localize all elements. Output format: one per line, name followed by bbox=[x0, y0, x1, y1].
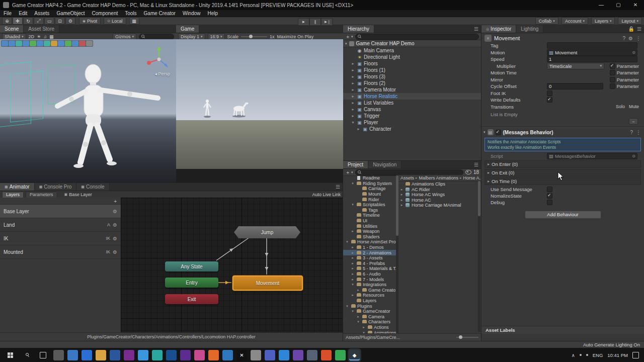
menu-item[interactable]: Assets bbox=[31, 10, 53, 17]
taskbar-app-icon[interactable] bbox=[180, 350, 191, 360]
project-folder[interactable]: ▸ 3 - Assets bbox=[343, 255, 398, 261]
project-folder[interactable]: ▸ 6 - Audio bbox=[343, 272, 398, 277]
taskbar-app-icon[interactable] bbox=[222, 350, 233, 360]
expand-arrow[interactable]: ▸ bbox=[400, 188, 404, 192]
project-folder[interactable]: ▾ Scriptables bbox=[343, 202, 398, 208]
menu-item[interactable]: File bbox=[0, 10, 15, 17]
hierarchy-item[interactable]: Main Camera bbox=[343, 47, 481, 54]
tray-icon[interactable] bbox=[586, 354, 588, 356]
expand-arrow[interactable]: ▸ bbox=[351, 81, 355, 85]
taskbar-app-icon[interactable] bbox=[265, 350, 275, 360]
expand-arrow[interactable]: ▾ bbox=[351, 283, 355, 287]
project-folder[interactable]: Readme bbox=[343, 175, 398, 181]
gc-tool-icon[interactable] bbox=[51, 41, 57, 46]
transform-tool-icon[interactable]: ⊡ bbox=[55, 17, 65, 25]
project-folder[interactable]: Tags bbox=[343, 208, 398, 213]
project-folder[interactable]: Utilities bbox=[343, 223, 398, 229]
project-folder[interactable]: ▾ Horse AnimSet Pro bbox=[343, 239, 398, 245]
panel-menu-icon[interactable]: ☰ bbox=[637, 26, 641, 32]
taskbar-app-icon[interactable] bbox=[67, 350, 78, 360]
expand-arrow[interactable]: ▸ bbox=[356, 315, 360, 319]
expand-arrow[interactable]: ▸ bbox=[400, 198, 404, 202]
expand-arrow[interactable]: ▸ bbox=[351, 278, 355, 282]
scale-slider[interactable] bbox=[241, 36, 267, 37]
parameter-checkbox[interactable] bbox=[610, 77, 615, 82]
task-view-icon[interactable] bbox=[35, 348, 50, 362]
expand-arrow[interactable]: ▸ bbox=[351, 272, 355, 276]
gear-icon[interactable]: ⚙ bbox=[113, 249, 117, 255]
project-folder[interactable]: Timeline bbox=[343, 213, 398, 218]
expand-arrow[interactable]: ▸ bbox=[351, 229, 355, 233]
remove-transition-button[interactable]: − bbox=[629, 118, 638, 125]
cycle-offset-field[interactable]: 0 bbox=[547, 83, 603, 89]
expand-arrow[interactable]: ▸ bbox=[400, 193, 404, 197]
project-folder[interactable]: Layers bbox=[343, 298, 398, 304]
parameter-checkbox[interactable] bbox=[610, 70, 615, 75]
event-foldout[interactable]: ▸ On Enter (0) bbox=[485, 160, 641, 168]
hand-tool-icon[interactable]: ⊕ bbox=[2, 17, 12, 25]
expand-arrow[interactable]: ▸ bbox=[356, 288, 360, 292]
scene-audio-icon[interactable]: ♫ bbox=[43, 34, 47, 39]
taskbar-app-icon[interactable] bbox=[307, 350, 317, 360]
animator-layer[interactable]: IK IK ⚙ bbox=[0, 232, 121, 245]
layers-tab[interactable]: Layers bbox=[2, 192, 24, 198]
gc-tool-icon[interactable] bbox=[72, 41, 78, 46]
project-folder[interactable]: Shaders bbox=[343, 234, 398, 240]
taskbar-app-icon[interactable] bbox=[251, 350, 261, 360]
expand-arrow[interactable]: ▸ bbox=[351, 261, 355, 265]
tab-inspector[interactable]: ◎Inspector bbox=[481, 25, 516, 33]
tab-scene[interactable]: Scene bbox=[0, 25, 24, 33]
taskbar-app-icon[interactable]: ✕ bbox=[236, 350, 247, 360]
hierarchy-search-input[interactable] bbox=[355, 34, 479, 40]
maximize-button[interactable]: ▢ bbox=[610, 0, 627, 10]
tag-field[interactable] bbox=[547, 42, 637, 49]
gc-tool-icon[interactable] bbox=[37, 41, 43, 46]
expand-arrow[interactable]: ▾ bbox=[351, 120, 355, 125]
gc-tool-icon[interactable] bbox=[9, 41, 15, 46]
scene-orientation-gizmo[interactable] bbox=[145, 44, 173, 72]
tab-animator[interactable]: ▦Animator bbox=[0, 183, 35, 191]
animator-layer[interactable]: Base Layer ⚙ bbox=[0, 205, 121, 218]
asset-labels-header[interactable]: Asset Labels bbox=[481, 326, 644, 334]
project-folder[interactable]: ▾ Plugins bbox=[343, 303, 398, 309]
speed-field[interactable]: 1 bbox=[547, 56, 637, 62]
pivot-toggle[interactable]: ◉Pivot bbox=[79, 17, 101, 25]
project-folder[interactable]: ▸ 5 - Materials & T... bbox=[343, 266, 398, 272]
project-folder[interactable]: ▸ 7 - Models bbox=[343, 277, 398, 282]
expand-arrow[interactable]: ▸ bbox=[351, 293, 355, 297]
hierarchy-item[interactable]: ▸ Floors bbox=[343, 60, 481, 67]
taskbar-app-icon[interactable] bbox=[110, 350, 120, 360]
menu-icon[interactable]: ⋮ bbox=[636, 130, 641, 135]
project-folder[interactable]: ▸ Actions bbox=[343, 325, 398, 330]
foot-ik-checkbox[interactable] bbox=[547, 90, 552, 96]
help-icon[interactable]: ? bbox=[622, 36, 625, 41]
expand-arrow[interactable]: ▸ bbox=[351, 94, 355, 99]
local-toggle[interactable]: ⊙Local bbox=[104, 17, 126, 25]
gc-tool-icon[interactable] bbox=[16, 41, 22, 46]
gear-icon[interactable]: ⚙ bbox=[113, 236, 117, 241]
tab-lighting[interactable]: Lighting bbox=[516, 25, 543, 33]
file-pane-scrollbar[interactable] bbox=[478, 181, 480, 332]
scene-header-row[interactable]: ▾ Game Creator HAP Demo bbox=[343, 40, 481, 47]
scene-fx-icon[interactable]: ▦ bbox=[49, 34, 54, 39]
menu-item[interactable]: Component bbox=[89, 10, 122, 17]
gc-tool-icon[interactable] bbox=[2, 41, 8, 46]
project-file[interactable]: ▸ Horse Carriage MAnimal bbox=[398, 203, 481, 208]
menu-item[interactable]: GameObject bbox=[53, 10, 88, 17]
menu-item[interactable]: Edit bbox=[15, 10, 31, 17]
expand-arrow[interactable]: ▸ bbox=[351, 245, 355, 249]
gc-tool-icon[interactable] bbox=[86, 41, 93, 46]
expand-arrow[interactable]: ▾ bbox=[351, 182, 355, 186]
menu-item[interactable]: Game Creator bbox=[140, 10, 179, 17]
taskbar-app-icon[interactable] bbox=[152, 350, 163, 360]
project-folder[interactable]: ▾ Integrations bbox=[343, 282, 398, 288]
graph-breadcrumb[interactable]: Base Layer bbox=[69, 192, 92, 197]
gc-tool-icon[interactable] bbox=[58, 41, 64, 46]
project-folder[interactable]: ▸ 2 - Animations bbox=[343, 250, 398, 255]
taskbar-app-icon[interactable] bbox=[166, 350, 177, 360]
clock[interactable]: 10:41 PM bbox=[607, 352, 628, 358]
project-folder[interactable]: UI bbox=[343, 218, 398, 224]
project-folder[interactable]: ▸ Camera bbox=[343, 314, 398, 319]
parameters-tab[interactable]: Parameters bbox=[26, 192, 57, 198]
taskbar-app-icon[interactable] bbox=[96, 350, 106, 360]
